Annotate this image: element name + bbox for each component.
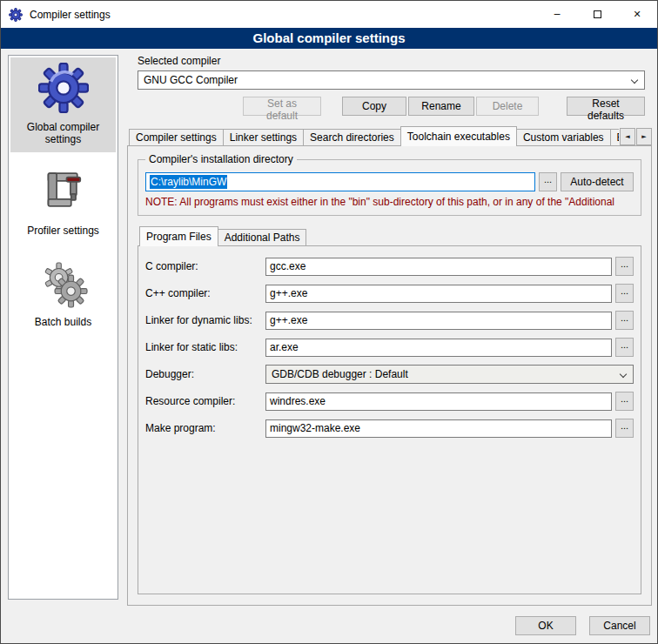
delete-button[interactable]: Delete [476, 97, 539, 116]
toolchain-executables-panel: Compiler's installation directory C:\ray… [127, 145, 652, 606]
sidebar-item-label: Global compiler settings [12, 121, 114, 145]
reset-defaults-button[interactable]: Reset defaults [567, 97, 645, 116]
installation-directory-groupbox: Compiler's installation directory C:\ray… [138, 159, 641, 216]
resource-compiler-value: windres.exe [270, 395, 326, 407]
tab-toolchain-executables[interactable]: Toolchain executables [400, 126, 517, 146]
cpp-compiler-browse-button[interactable]: ... [615, 284, 634, 303]
sidebar-item-label: Batch builds [35, 316, 91, 328]
resource-compiler-browse-button[interactable]: ... [615, 392, 634, 411]
make-program-value: mingw32-make.exe [270, 422, 360, 434]
rename-button[interactable]: Rename [408, 97, 474, 116]
selected-compiler-dropdown[interactable]: GNU GCC Compiler [138, 70, 645, 90]
ok-button[interactable]: OK [515, 616, 576, 635]
compiler-settings-window: Compiler settings ─ ✕ Global compiler se… [0, 0, 658, 644]
sidebar-item-label: Profiler settings [27, 225, 99, 237]
static-linker-label: Linker for static libs: [145, 341, 265, 353]
make-program-input[interactable]: mingw32-make.exe [265, 419, 612, 438]
tab-additional-paths[interactable]: Additional Paths [218, 229, 307, 246]
chevron-down-icon [631, 77, 638, 84]
bin-subdirectory-note: NOTE: All programs must exist either in … [145, 196, 634, 208]
field-row-dynamic-linker: Linker for dynamic libs: g++.exe ... [145, 311, 634, 330]
tab-scroll-right-button[interactable]: ► [636, 128, 652, 145]
copy-button[interactable]: Copy [342, 97, 406, 116]
main-content: Selected compiler GNU GCC Compiler Set a… [127, 55, 652, 606]
sidebar-item-global-compiler-settings[interactable]: Global compiler settings [10, 57, 116, 152]
maximize-icon [594, 10, 601, 18]
dynamic-linker-browse-button[interactable]: ... [615, 311, 634, 330]
tab-scroll-left-button[interactable]: ◄ [620, 128, 635, 145]
tab-program-files[interactable]: Program Files [139, 226, 218, 246]
cpp-compiler-value: g++.exe [270, 287, 307, 299]
installation-directory-row: C:\raylib\MinGW ... Auto-detect [145, 172, 634, 191]
static-linker-value: ar.exe [270, 341, 299, 353]
install-dir-input[interactable]: C:\raylib\MinGW [145, 172, 535, 191]
auto-detect-button[interactable]: Auto-detect [561, 172, 634, 191]
cpp-compiler-label: C++ compiler: [145, 287, 265, 299]
chevron-down-icon [620, 371, 627, 378]
tab-compiler-settings[interactable]: Compiler settings [129, 129, 224, 146]
debugger-label: Debugger: [145, 368, 265, 380]
tab-linker-settings[interactable]: Linker settings [223, 129, 304, 146]
field-row-debugger: Debugger: GDB/CDB debugger : Default [145, 365, 634, 384]
program-files-panel: C compiler: gcc.exe ... C++ compiler: g+… [138, 245, 641, 594]
install-dir-browse-button[interactable]: ... [539, 172, 557, 191]
dialog-header: Global compiler settings [1, 28, 657, 49]
dynamic-linker-input[interactable]: g++.exe [265, 312, 612, 330]
inner-tabbar: Program Files Additional Paths [138, 226, 641, 246]
settings-category-list: Global compiler settings Profiler settin… [8, 55, 118, 600]
tab-search-directories[interactable]: Search directories [303, 129, 401, 146]
sidebar-item-batch-builds[interactable]: Batch builds [10, 254, 116, 335]
debugger-value: GDB/CDB debugger : Default [272, 368, 408, 380]
resource-compiler-label: Resource compiler: [145, 395, 265, 407]
field-row-resource-compiler: Resource compiler: windres.exe ... [145, 392, 634, 411]
maximize-button[interactable] [577, 1, 617, 28]
dialog-footer: OK Cancel [515, 616, 650, 635]
dynamic-linker-label: Linker for dynamic libs: [145, 314, 265, 326]
compiler-actions: Set as default Copy Rename Delete Reset … [138, 97, 645, 116]
cancel-button[interactable]: Cancel [589, 616, 650, 635]
batch-builds-gears-icon [39, 259, 88, 311]
cpp-compiler-input[interactable]: g++.exe [265, 285, 612, 303]
c-compiler-input[interactable]: gcc.exe [265, 258, 612, 276]
c-compiler-value: gcc.exe [270, 260, 306, 272]
make-program-label: Make program: [145, 422, 265, 434]
static-linker-input[interactable]: ar.exe [265, 339, 612, 357]
install-dir-value: C:\raylib\MinGW [150, 175, 227, 189]
static-linker-browse-button[interactable]: ... [615, 338, 634, 357]
profiler-clamp-icon [39, 168, 88, 219]
field-row-static-linker: Linker for static libs: ar.exe ... [145, 338, 634, 357]
field-row-c-compiler: C compiler: gcc.exe ... [145, 257, 634, 276]
window-title: Compiler settings [30, 9, 537, 21]
field-row-make-program: Make program: mingw32-make.exe ... [145, 419, 634, 438]
selected-compiler-label: Selected compiler [127, 55, 652, 67]
sidebar-item-profiler-settings[interactable]: Profiler settings [10, 163, 116, 244]
set-as-default-button[interactable]: Set as default [243, 97, 321, 116]
tab-custom-variables[interactable]: Custom variables [516, 129, 611, 146]
make-program-browse-button[interactable]: ... [615, 419, 634, 438]
window-gear-icon [9, 8, 23, 22]
tab-scroll-buttons: ◄ ► [619, 128, 652, 145]
c-compiler-label: C compiler: [145, 260, 265, 272]
main-tabbar: Compiler settings Linker settings Search… [127, 126, 652, 146]
selected-compiler-value: GNU GCC Compiler [144, 74, 238, 86]
close-button[interactable]: ✕ [617, 1, 657, 28]
installation-directory-legend: Compiler's installation directory [145, 153, 297, 165]
debugger-dropdown[interactable]: GDB/CDB debugger : Default [265, 365, 634, 384]
dynamic-linker-value: g++.exe [270, 314, 307, 326]
minimize-button[interactable]: ─ [537, 1, 577, 28]
field-row-cpp-compiler: C++ compiler: g++.exe ... [145, 284, 634, 303]
c-compiler-browse-button[interactable]: ... [615, 257, 634, 276]
resource-compiler-input[interactable]: windres.exe [265, 392, 612, 411]
global-compiler-gear-icon [38, 63, 89, 116]
titlebar: Compiler settings ─ ✕ [1, 1, 657, 28]
